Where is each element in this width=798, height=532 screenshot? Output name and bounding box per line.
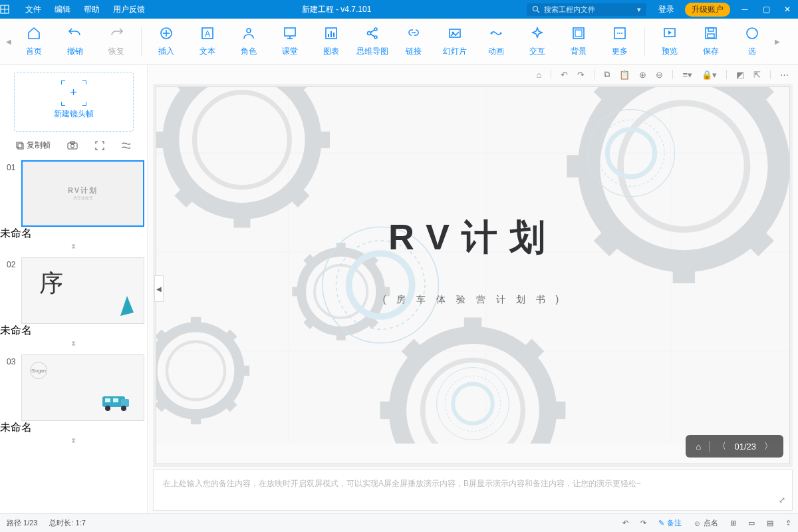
tool-interact[interactable]: 交互: [517, 26, 558, 57]
canvastool-lock-icon[interactable]: 🔒▾: [702, 70, 717, 80]
camera-button[interactable]: [67, 141, 78, 150]
canvastool-more-icon[interactable]: ⋯: [780, 70, 789, 80]
slide-caption: 未命名: [0, 421, 147, 435]
toolbar-scroll-left[interactable]: ◀: [4, 38, 13, 45]
canvastool-snapshot-icon[interactable]: ◩: [736, 70, 744, 80]
tool-more[interactable]: 更多: [599, 26, 640, 57]
svg-point-19: [374, 28, 377, 31]
collapse-sidebar-button[interactable]: ◀: [154, 275, 164, 302]
notes-area[interactable]: 在上处输入您的备注内容，在放映时开启双屏模式，可以实现A屏全屏播放演示内容，B屏…: [153, 469, 793, 511]
menu-file[interactable]: 文件: [19, 4, 48, 15]
status-layout1-icon[interactable]: ▭: [748, 519, 755, 527]
slide-subtitle: ( 房 车 体 验 营 计 划 书 ): [383, 294, 563, 306]
class-icon: [283, 26, 297, 41]
tool-redo[interactable]: 恢复: [96, 26, 137, 57]
save-icon: [704, 26, 718, 41]
slide-title: RV计划: [388, 213, 557, 262]
tool-preview[interactable]: 预览: [649, 26, 690, 57]
status-count-button[interactable]: ☺ 点名: [694, 518, 718, 528]
undo-icon: [68, 26, 82, 41]
slide-caption: 未命名: [0, 227, 147, 241]
person-icon: [241, 26, 256, 41]
slide-thumb-02[interactable]: 02序: [0, 255, 147, 324]
tool-anim[interactable]: 动画: [475, 26, 517, 57]
plus-circle-icon: [159, 26, 174, 41]
menu-edit[interactable]: 编辑: [48, 4, 77, 15]
maximize-button[interactable]: ▢: [755, 5, 777, 14]
canvastool-zoomin-icon[interactable]: ⊕: [639, 70, 646, 80]
status-undo-icon[interactable]: ↶: [622, 519, 628, 527]
tool-plus-circle[interactable]: 插入: [146, 26, 187, 57]
svg-rect-47: [105, 398, 110, 402]
tool-slide[interactable]: 幻灯片: [434, 26, 475, 57]
svg-rect-36: [708, 34, 714, 38]
tool-class[interactable]: 课堂: [269, 26, 311, 57]
canvastool-copy-icon[interactable]: ⧉: [604, 69, 610, 80]
canvastool-align-icon[interactable]: ≡▾: [682, 70, 692, 80]
minimize-button[interactable]: ─: [734, 5, 755, 14]
tool-home[interactable]: 首页: [13, 26, 55, 57]
svg-point-37: [747, 28, 757, 39]
upgrade-button[interactable]: 升级账户: [685, 3, 730, 17]
canvastool-rotate-left-icon[interactable]: ↶: [561, 70, 568, 80]
expand-notes-icon[interactable]: ⤢: [779, 495, 785, 505]
new-frame-button[interactable]: + 新建镜头帧: [14, 72, 134, 132]
menu-feedback[interactable]: 用户反馈: [106, 4, 152, 15]
svg-rect-44: [121, 399, 129, 407]
swap-button[interactable]: [121, 141, 132, 150]
slide-caption: 未命名: [0, 324, 147, 338]
svg-point-3: [533, 7, 538, 11]
canvastool-paste-icon[interactable]: 📋: [619, 70, 630, 80]
anim-icon: [489, 26, 503, 41]
app-logo-icon: [0, 5, 19, 14]
canvastool-home-icon[interactable]: ⌂: [537, 70, 542, 80]
fullscreen-button[interactable]: [95, 141, 104, 150]
slide-thumb-03[interactable]: 03Slogan: [0, 352, 147, 421]
svg-point-30: [617, 33, 618, 34]
toolbar-scroll-right[interactable]: ▶: [773, 38, 782, 45]
menu-help[interactable]: 帮助: [77, 4, 106, 15]
slide-timer-icon: ⧗: [0, 241, 147, 255]
canvastool-rotate-right-icon[interactable]: ↷: [577, 70, 585, 80]
more-icon: [612, 26, 627, 41]
preview-icon: [662, 26, 677, 41]
search-icon: [532, 5, 540, 13]
status-path: 路径 1/23: [7, 518, 37, 528]
canvas-toolbar: ⌂ ↶ ↷ ⧉ 📋 ⊕ ⊖ ≡▾ 🔒▾ ◩ ⇱ ⋯: [148, 65, 798, 84]
svg-point-31: [619, 33, 620, 34]
svg-rect-39: [18, 144, 23, 149]
next-page-icon[interactable]: 〉: [764, 440, 773, 452]
svg-line-4: [537, 11, 539, 13]
tool-select[interactable]: 选: [732, 26, 773, 57]
tool-save[interactable]: 保存: [690, 26, 732, 57]
svg-rect-11: [285, 28, 295, 36]
page-indicator[interactable]: ⌂ 〈 01/23 〉: [686, 435, 783, 458]
close-button[interactable]: ✕: [777, 5, 798, 14]
tool-person[interactable]: 角色: [228, 26, 269, 57]
search-box[interactable]: 搜索工程内文件 ▾: [527, 3, 646, 16]
canvastool-export-icon[interactable]: ⇱: [753, 70, 761, 80]
slide-panel: + 新建镜头帧 复制帧 01RV计划房车体验营未命名⧗02序未命名⧗03Slog…: [0, 65, 148, 513]
svg-rect-17: [333, 33, 334, 37]
login-link[interactable]: 登录: [652, 4, 681, 15]
prev-page-icon[interactable]: 〈: [718, 440, 726, 452]
status-layout2-icon[interactable]: ▤: [767, 519, 773, 527]
status-redo-icon[interactable]: ↷: [640, 519, 646, 527]
status-share-icon[interactable]: ⇪: [785, 519, 791, 527]
tool-link[interactable]: 链接: [393, 26, 434, 57]
tool-chart[interactable]: 图表: [311, 26, 352, 57]
slide-thumb-01[interactable]: 01RV计划房车体验营: [0, 158, 147, 227]
window-title: 新建工程 - v4.7.101: [152, 4, 521, 15]
copy-frame-button[interactable]: 复制帧: [15, 140, 51, 151]
svg-point-46: [121, 406, 126, 411]
tool-mindmap[interactable]: 思维导图: [352, 26, 393, 57]
tool-undo[interactable]: 撤销: [55, 26, 96, 57]
status-grid-icon[interactable]: ⊞: [730, 519, 736, 527]
status-notes-button[interactable]: ✎ 备注: [658, 518, 682, 528]
tool-text[interactable]: A文本: [187, 26, 228, 57]
link-icon: [406, 26, 421, 41]
tool-bg[interactable]: 背景: [558, 26, 599, 57]
slide-canvas[interactable]: RV计划 ( 房 车 体 验 营 计 划 书 ): [156, 86, 790, 464]
canvastool-zoomout-icon[interactable]: ⊖: [656, 70, 663, 80]
statusbar: 路径 1/23 总时长: 1:7 ↶ ↷ ✎ 备注 ☺ 点名 ⊞ ▭ ▤ ⇪: [0, 513, 798, 532]
